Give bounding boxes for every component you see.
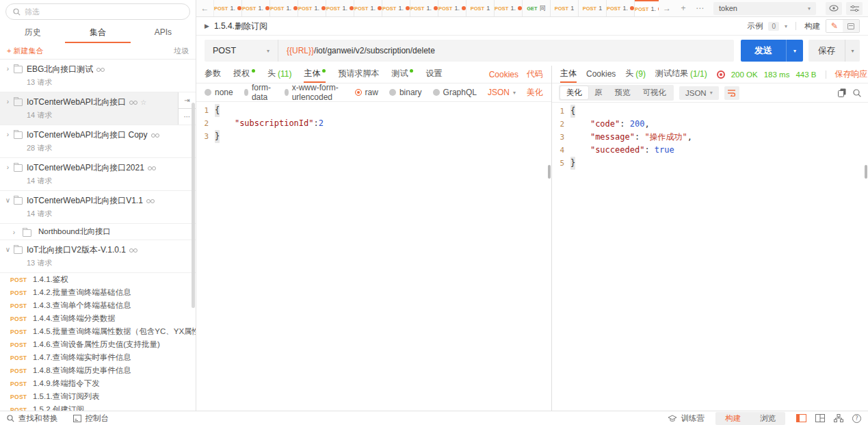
build-mode-tab[interactable]: 构建 bbox=[715, 412, 750, 425]
sidebar-tab-APIs[interactable]: APIs bbox=[131, 23, 196, 43]
chevron-right-icon[interactable]: › bbox=[3, 162, 12, 186]
cookies-link[interactable]: Cookies bbox=[489, 70, 518, 79]
chevron-right-icon[interactable]: › bbox=[3, 96, 12, 120]
sidebar-collection[interactable]: ›IoTCenterWebAPI北向接口202114 请求 bbox=[0, 158, 196, 191]
send-button[interactable]: 发送 bbox=[741, 40, 786, 62]
sidebar-collection[interactable]: ∨IoT北向接口V2版本-V.1.0.113 请求 bbox=[0, 240, 196, 273]
response-editor-scrollbar[interactable] bbox=[865, 165, 867, 179]
request-tab[interactable]: POST1. bbox=[495, 0, 523, 16]
request-editor-scrollbar[interactable] bbox=[548, 165, 551, 179]
sidebar-request[interactable]: POST1.5.2.创建订阅 bbox=[0, 403, 196, 411]
request-tab[interactable]: POST1. bbox=[298, 0, 326, 16]
browse-mode-tab[interactable]: 浏览 bbox=[750, 412, 785, 425]
chevron-down-icon[interactable]: ∨ bbox=[3, 195, 12, 219]
format-tab-预览[interactable]: 预览 bbox=[609, 86, 637, 99]
response-tab-头[interactable]: 头(9) bbox=[625, 66, 646, 83]
sidebar-request[interactable]: POST1.4.5.批量查询终端属性数据（包含YC、YX属性实时值） bbox=[0, 325, 196, 338]
request-body-editor[interactable]: 1{2 "subscriptionId":23} bbox=[196, 102, 551, 411]
training-camp-button[interactable]: 训练营 bbox=[668, 413, 705, 424]
request-tab[interactable]: POST1. bbox=[270, 0, 298, 16]
split-layout-button[interactable] bbox=[815, 414, 825, 422]
edit-mode-button[interactable]: ✎ bbox=[826, 20, 843, 32]
request-tab-测试[interactable]: 测试 bbox=[391, 66, 413, 83]
format-tab-可视化[interactable]: 可视化 bbox=[637, 86, 673, 99]
request-tab-参数[interactable]: 参数 bbox=[205, 66, 221, 83]
request-tab-预请求脚本[interactable]: 预请求脚本 bbox=[338, 66, 379, 83]
sidebar-collection[interactable]: ∨IoTCenterWebAPI北向接口V1.114 请求 bbox=[0, 191, 196, 224]
search-input[interactable] bbox=[25, 8, 183, 16]
sidebar-request[interactable]: POST1.4.3.查询单个终端基础信息 bbox=[0, 299, 196, 312]
body-type-GraphQL[interactable]: GraphQL bbox=[433, 88, 477, 97]
response-format-select[interactable]: JSON ▾ bbox=[679, 86, 719, 100]
method-select[interactable]: POST ▾ bbox=[205, 40, 278, 62]
sidebar-request[interactable]: POST1.4.9.终端指令下发 bbox=[0, 377, 196, 390]
sidebar-request[interactable]: POST1.4.2.批量查询终端基础信息 bbox=[0, 286, 196, 299]
sidebar-collection[interactable]: ›EBG北向接口测试13 请求 bbox=[0, 60, 196, 92]
doc-expand-icon[interactable]: ▶ bbox=[205, 23, 209, 29]
wrap-lines-button[interactable] bbox=[724, 86, 739, 100]
sidebar-request[interactable]: POST1.4.7.查询终端实时事件信息 bbox=[0, 351, 196, 364]
sidebar-collection[interactable]: ›IoTCenterWebAPI北向接口☆14 请求⇥⋯ bbox=[0, 92, 196, 125]
search-icon[interactable] bbox=[853, 89, 861, 97]
sidebar-request[interactable]: POST1.5.1.查询订阅列表 bbox=[0, 390, 196, 403]
flow-button[interactable] bbox=[834, 414, 843, 422]
request-tab[interactable]: POST1. bbox=[326, 0, 354, 16]
request-tab[interactable]: GET同 bbox=[523, 0, 551, 16]
sidebar-layout-button[interactable] bbox=[796, 414, 806, 422]
format-tab-美化[interactable]: 美化 bbox=[560, 86, 588, 99]
body-type-none[interactable]: none bbox=[205, 88, 233, 97]
raw-format-select[interactable]: JSON ▾ bbox=[488, 88, 516, 97]
tab-menu-button[interactable]: ⋯ bbox=[692, 3, 708, 13]
format-tab-原[interactable]: 原 bbox=[588, 86, 609, 99]
request-tab[interactable]: POST1. bbox=[438, 0, 466, 16]
environment-settings-button[interactable] bbox=[846, 2, 863, 15]
copy-icon[interactable] bbox=[838, 88, 846, 97]
request-tab-头[interactable]: 头(11) bbox=[267, 66, 291, 83]
tabs-forward-button[interactable]: → bbox=[659, 3, 675, 13]
response-tab-主体[interactable]: 主体 bbox=[560, 66, 577, 83]
sidebar-request[interactable]: POST1.4.8.查询终端历史事件信息 bbox=[0, 364, 196, 377]
save-button[interactable]: 保存 bbox=[808, 40, 845, 62]
new-tab-button[interactable]: + bbox=[675, 3, 692, 13]
sidebar-tab-历史[interactable]: 历史 bbox=[0, 23, 65, 43]
url-input[interactable]: {{URL}}/iot/ganwei/v2/subscription/delet… bbox=[278, 40, 734, 62]
sidebar-request[interactable]: POST1.4.6.查询设备属性历史值(支持批量) bbox=[0, 338, 196, 351]
request-tab[interactable]: POST1. bbox=[382, 0, 410, 16]
body-type-form-data[interactable]: form-data bbox=[244, 83, 274, 102]
chevron-right-icon[interactable]: › bbox=[3, 129, 12, 153]
console-button[interactable]: 控制台 bbox=[73, 413, 109, 424]
sidebar-search[interactable] bbox=[5, 3, 190, 20]
request-tab[interactable]: POST1. bbox=[607, 0, 635, 16]
save-options-button[interactable]: ▾ bbox=[845, 40, 860, 62]
sidebar-request[interactable]: POST1.4.4.查询终端分类数据 bbox=[0, 312, 196, 325]
send-options-button[interactable]: ▾ bbox=[786, 40, 803, 62]
request-tab[interactable]: POST1. bbox=[635, 0, 659, 16]
body-type-x-www-form-urlencoded[interactable]: x-www-form-urlencoded bbox=[285, 83, 344, 102]
star-icon[interactable]: ☆ bbox=[140, 99, 146, 106]
build-mode-label[interactable]: 构建 bbox=[804, 21, 820, 31]
request-tab-主体[interactable]: 主体 bbox=[304, 66, 326, 83]
example-mode-button[interactable] bbox=[843, 20, 859, 32]
request-tab[interactable]: POST1. bbox=[242, 0, 270, 16]
body-type-raw[interactable]: raw bbox=[355, 88, 378, 97]
request-tab[interactable]: POST1. bbox=[214, 0, 242, 16]
response-tab-Cookies[interactable]: Cookies bbox=[586, 66, 616, 83]
request-tab[interactable]: POST1. bbox=[410, 0, 438, 16]
tabs-back-button[interactable]: ← bbox=[196, 0, 214, 16]
response-tab-测试结果[interactable]: 测试结果(1/1) bbox=[655, 66, 707, 83]
environment-select[interactable]: token ▾ bbox=[713, 2, 816, 15]
code-link[interactable]: 代码 bbox=[527, 68, 543, 80]
find-replace-button[interactable]: 查找和替换 bbox=[7, 413, 58, 424]
sidebar-collection[interactable]: ›IoTCenterWebAPI北向接口 Copy28 请求 bbox=[0, 125, 196, 158]
request-tab-设置[interactable]: 设置 bbox=[425, 66, 442, 83]
response-body-editor[interactable]: 1{2 "code": 200,3 "message": "操作成功",4 "s… bbox=[552, 103, 868, 411]
request-tab[interactable]: POST1 bbox=[466, 0, 495, 16]
examples-caret-icon[interactable]: ▾ bbox=[785, 23, 787, 29]
help-button[interactable]: ? bbox=[852, 414, 861, 423]
sidebar-subfolder[interactable]: ›Northbound北向接口 bbox=[0, 224, 196, 240]
body-type-binary[interactable]: binary bbox=[389, 88, 422, 97]
environment-eye-button[interactable] bbox=[826, 2, 842, 15]
request-tab-授权[interactable]: 授权 bbox=[233, 66, 255, 83]
sidebar-scrollbar[interactable] bbox=[192, 103, 195, 308]
request-tab[interactable]: POST1 bbox=[579, 0, 607, 16]
